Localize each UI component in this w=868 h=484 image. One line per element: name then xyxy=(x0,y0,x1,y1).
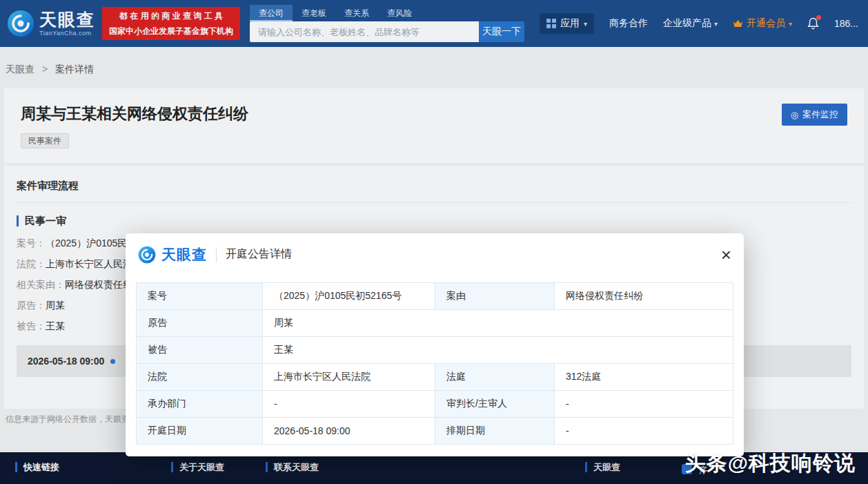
cell-value: 王某 xyxy=(263,337,733,364)
table-row-case-number: 案号 （2025）沪0105民初52165号 案由 网络侵权责任纠纷 xyxy=(137,283,733,310)
cell-label: 承办部门 xyxy=(137,391,263,418)
table-row-hearing-date: 开庭日期 2026-05-18 09:00 排期日期 - xyxy=(137,418,733,445)
tianyancha-logo-icon xyxy=(138,246,156,264)
table-row-court: 法院 上海市长宁区人民法院 法庭 312法庭 xyxy=(137,364,733,391)
modal-brand: 天眼查 xyxy=(161,245,207,264)
cell-label: 被告 xyxy=(137,337,263,364)
close-icon[interactable]: × xyxy=(721,246,731,264)
cell-label: 案由 xyxy=(435,283,555,310)
cell-label: 案号 xyxy=(137,283,263,310)
divider xyxy=(216,247,217,262)
cell-value: 312法庭 xyxy=(555,364,733,391)
cell-value: （2025）沪0105民初52165号 xyxy=(263,283,435,310)
cell-value: 2026-05-18 09:00 xyxy=(263,418,435,445)
cell-label: 法庭 xyxy=(435,364,555,391)
cell-value: 网络侵权责任纠纷 xyxy=(555,283,733,310)
cell-value: - xyxy=(555,391,733,418)
page: 天眼查 TianYanCha.com 都 在 用 的 商 业 查 询 工 具 国… xyxy=(0,0,868,484)
video-watermark: 头条@科技响铃说 xyxy=(685,449,856,478)
hearing-detail-table: 案号 （2025）沪0105民初52165号 案由 网络侵权责任纠纷 原告 周某… xyxy=(136,282,733,445)
cell-value: - xyxy=(263,391,435,418)
table-row-department: 承办部门 - 审判长/主审人 - xyxy=(137,391,733,418)
cell-value: 上海市长宁区人民法院 xyxy=(263,364,435,391)
modal-header: 天眼查 开庭公告详情 × xyxy=(126,233,744,265)
table-row-plaintiff: 原告 周某 xyxy=(137,310,733,337)
hearing-detail-modal: 天眼查 开庭公告详情 × 案号 （2025）沪0105民初52165号 案由 网… xyxy=(126,233,744,456)
cell-label: 原告 xyxy=(137,310,263,337)
modal-title: 开庭公告详情 xyxy=(226,247,292,262)
cell-value: - xyxy=(555,418,733,445)
cell-label: 开庭日期 xyxy=(137,418,263,445)
cell-label: 排期日期 xyxy=(435,418,555,445)
table-row-defendant: 被告 王某 xyxy=(137,337,733,364)
cell-label: 审判长/主审人 xyxy=(435,391,555,418)
cell-label: 法院 xyxy=(137,364,263,391)
cell-value: 周某 xyxy=(263,310,733,337)
